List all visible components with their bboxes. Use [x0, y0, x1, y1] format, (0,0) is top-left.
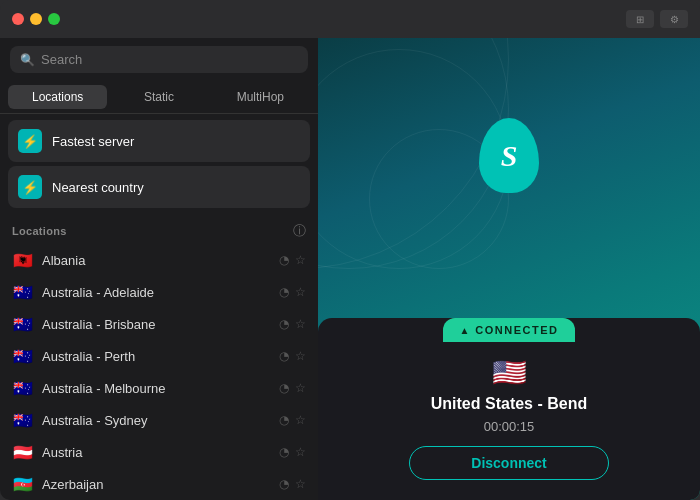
tab-static[interactable]: Static — [109, 85, 208, 109]
search-input[interactable] — [41, 52, 298, 67]
loc-icons: ◔ ☆ — [279, 477, 306, 491]
location-name: Australia - Sydney — [42, 413, 271, 428]
list-item[interactable]: 🇦🇺 Australia - Perth ◔ ☆ — [4, 340, 314, 372]
locations-header: Locations ⓘ — [0, 214, 318, 244]
list-item[interactable]: 🇦🇱 Albania ◔ ☆ — [4, 244, 314, 276]
star-icon[interactable]: ☆ — [295, 253, 306, 267]
minimize-button[interactable] — [30, 13, 42, 25]
nearest-country-label: Nearest country — [52, 180, 144, 195]
list-item[interactable]: 🇦🇿 Azerbaijan ◔ ☆ — [4, 468, 314, 500]
loc-icons: ◔ ☆ — [279, 285, 306, 299]
signal-icon: ◔ — [279, 285, 289, 299]
location-name: Albania — [42, 253, 271, 268]
disconnect-button[interactable]: Disconnect — [409, 446, 609, 480]
fastest-server-label: Fastest server — [52, 134, 134, 149]
star-icon[interactable]: ☆ — [295, 317, 306, 331]
nearest-country-button[interactable]: ⚡ Nearest country — [8, 166, 310, 208]
flag-au-perth: 🇦🇺 — [12, 348, 34, 364]
loc-icons: ◔ ☆ — [279, 381, 306, 395]
quick-connect-section: ⚡ Fastest server ⚡ Nearest country — [0, 114, 318, 214]
star-icon[interactable]: ☆ — [295, 413, 306, 427]
star-icon[interactable]: ☆ — [295, 285, 306, 299]
signal-icon: ◔ — [279, 349, 289, 363]
server-flag: 🇺🇸 — [492, 356, 527, 389]
location-name: Australia - Adelaide — [42, 285, 271, 300]
locations-list: 🇦🇱 Albania ◔ ☆ 🇦🇺 Australia - Adelaide ◔… — [0, 244, 318, 500]
app-logo: S — [479, 118, 539, 193]
list-item[interactable]: 🇦🇺 Australia - Brisbane ◔ ☆ — [4, 308, 314, 340]
location-name: Australia - Perth — [42, 349, 271, 364]
locations-section-label: Locations — [12, 225, 67, 237]
connected-tab[interactable]: ▲ CONNECTED — [443, 318, 574, 342]
search-bar: 🔍 — [0, 38, 318, 81]
signal-icon: ◔ — [279, 413, 289, 427]
list-item[interactable]: 🇦🇹 Austria ◔ ☆ — [4, 436, 314, 468]
flag-au-adelaide: 🇦🇺 — [12, 284, 34, 300]
view-toggle-icon[interactable]: ⊞ — [626, 10, 654, 28]
flag-au-melbourne: 🇦🇺 — [12, 380, 34, 396]
flag-austria: 🇦🇹 — [12, 444, 34, 460]
loc-icons: ◔ ☆ — [279, 349, 306, 363]
star-icon[interactable]: ☆ — [295, 477, 306, 491]
list-item[interactable]: 🇦🇺 Australia - Adelaide ◔ ☆ — [4, 276, 314, 308]
location-name: Austria — [42, 445, 271, 460]
right-panel: S ▲ CONNECTED 🇺🇸 United States - Bend 00… — [318, 38, 700, 500]
location-name: Australia - Brisbane — [42, 317, 271, 332]
chevron-up-icon: ▲ — [459, 325, 469, 336]
tab-bar: Locations Static MultiHop — [0, 81, 318, 114]
location-name: Azerbaijan — [42, 477, 271, 492]
search-wrapper: 🔍 — [10, 46, 308, 73]
tab-locations[interactable]: Locations — [8, 85, 107, 109]
star-icon[interactable]: ☆ — [295, 349, 306, 363]
nearest-icon: ⚡ — [18, 175, 42, 199]
traffic-lights — [12, 13, 60, 25]
connected-label: CONNECTED — [475, 324, 558, 336]
signal-icon: ◔ — [279, 445, 289, 459]
fastest-server-button[interactable]: ⚡ Fastest server — [8, 120, 310, 162]
star-icon[interactable]: ☆ — [295, 445, 306, 459]
close-button[interactable] — [12, 13, 24, 25]
title-bar: ⊞ ⚙ — [0, 0, 700, 38]
logo-letter: S — [501, 139, 518, 173]
flag-au-sydney: 🇦🇺 — [12, 412, 34, 428]
flag-au-brisbane: 🇦🇺 — [12, 316, 34, 332]
signal-icon: ◔ — [279, 381, 289, 395]
connected-content: 🇺🇸 United States - Bend 00:00:15 Disconn… — [318, 342, 700, 500]
left-panel: 🔍 Locations Static MultiHop ⚡ Fastest se… — [0, 38, 318, 500]
signal-icon: ◔ — [279, 317, 289, 331]
flag-azerbaijan: 🇦🇿 — [12, 476, 34, 492]
loc-icons: ◔ ☆ — [279, 253, 306, 267]
loc-icons: ◔ ☆ — [279, 413, 306, 427]
signal-icon: ◔ — [279, 253, 289, 267]
list-item[interactable]: 🇦🇺 Australia - Sydney ◔ ☆ — [4, 404, 314, 436]
settings-icon[interactable]: ⚙ — [660, 10, 688, 28]
flag-albania: 🇦🇱 — [12, 252, 34, 268]
search-icon: 🔍 — [20, 53, 35, 67]
connection-timer: 00:00:15 — [484, 419, 535, 434]
fastest-icon: ⚡ — [18, 129, 42, 153]
loc-icons: ◔ ☆ — [279, 317, 306, 331]
app-body: 🔍 Locations Static MultiHop ⚡ Fastest se… — [0, 38, 700, 500]
loc-icons: ◔ ☆ — [279, 445, 306, 459]
title-bar-controls: ⊞ ⚙ — [626, 10, 688, 28]
connected-panel: ▲ CONNECTED 🇺🇸 United States - Bend 00:0… — [318, 318, 700, 500]
maximize-button[interactable] — [48, 13, 60, 25]
info-icon[interactable]: ⓘ — [293, 222, 306, 240]
server-name: United States - Bend — [431, 395, 587, 413]
list-item[interactable]: 🇦🇺 Australia - Melbourne ◔ ☆ — [4, 372, 314, 404]
location-name: Australia - Melbourne — [42, 381, 271, 396]
star-icon[interactable]: ☆ — [295, 381, 306, 395]
logo-container: S — [479, 118, 539, 193]
signal-icon: ◔ — [279, 477, 289, 491]
tab-multihop[interactable]: MultiHop — [211, 85, 310, 109]
